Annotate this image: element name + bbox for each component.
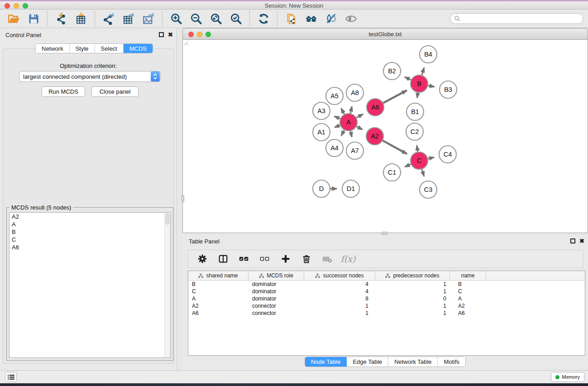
graph-edge-B-B3[interactable] xyxy=(428,86,435,87)
import-table-icon[interactable] xyxy=(71,11,91,26)
zoom-fit-icon[interactable] xyxy=(206,11,226,26)
tab-network-table[interactable]: Network Table xyxy=(388,357,438,367)
window-resize-grip[interactable] xyxy=(183,40,189,46)
run-mcds-button[interactable]: Run MCDS xyxy=(42,86,85,97)
memory-button[interactable]: Memory xyxy=(551,372,584,382)
graph-node-B1[interactable]: B1 xyxy=(406,103,424,120)
tab-network[interactable]: Network xyxy=(36,44,70,53)
function-builder-icon[interactable]: f(x) xyxy=(341,252,355,266)
mcds-result-item[interactable]: C xyxy=(10,236,170,243)
annotation-mode-icon[interactable] xyxy=(321,11,341,26)
tab-motifs[interactable]: Motifs xyxy=(438,357,465,367)
graph-node-B3[interactable]: B3 xyxy=(440,81,457,98)
tab-edge-table[interactable]: Edge Table xyxy=(347,357,388,367)
table-row[interactable]: Cdominator41C xyxy=(188,288,585,295)
graph-node-A1[interactable]: A1 xyxy=(313,124,330,141)
graph-node-A4[interactable]: A4 xyxy=(326,139,343,157)
delete-icon[interactable] xyxy=(300,252,313,266)
add-icon[interactable] xyxy=(279,252,292,266)
mcds-result-item[interactable]: B xyxy=(10,228,170,236)
graph-edge-A-A5[interactable] xyxy=(341,108,344,114)
column-header-name[interactable]: name xyxy=(450,271,486,280)
graph-edge-A6-B[interactable] xyxy=(383,91,407,103)
refresh-icon[interactable] xyxy=(253,11,273,26)
graph-node-A8[interactable]: A8 xyxy=(346,84,363,101)
graph-node-D[interactable]: D xyxy=(313,180,330,197)
graph-node-A2[interactable]: A2 xyxy=(366,128,383,145)
column-header-MCDS-role[interactable]: MCDS role xyxy=(249,271,304,280)
graph-node-A[interactable]: A xyxy=(340,114,357,131)
graph-edge-C-C3[interactable] xyxy=(422,169,424,176)
save-session-icon[interactable] xyxy=(24,11,43,26)
mcds-result-item[interactable]: A2 xyxy=(10,213,170,220)
export-image-icon[interactable] xyxy=(139,11,158,26)
graph-edge-C-C4[interactable] xyxy=(428,157,434,159)
first-neighbors-icon[interactable] xyxy=(301,11,321,26)
graph-node-A7[interactable]: A7 xyxy=(346,142,363,159)
graph-edge-A-A4[interactable] xyxy=(341,130,344,136)
graph-edge-A-A7[interactable] xyxy=(350,131,352,137)
column-header-predecessor-nodes[interactable]: predecessor nodes xyxy=(375,271,450,280)
mcds-list-scrollbar[interactable] xyxy=(164,213,170,357)
graph-edge-C-C2[interactable] xyxy=(417,146,418,152)
close-panel-button[interactable]: Close panel xyxy=(91,86,139,97)
left-splitter-handle[interactable] xyxy=(182,195,184,202)
table-close-panel-icon[interactable]: ✖ xyxy=(579,238,584,243)
optimization-criterion-select[interactable]: largest connected component (directed) xyxy=(19,71,161,82)
task-history-button[interactable] xyxy=(5,372,17,382)
mcds-result-item[interactable]: A6 xyxy=(10,243,170,251)
column-header-shared-name[interactable]: shared name xyxy=(188,271,249,280)
graph-edge-A-A6[interactable] xyxy=(356,114,363,118)
table-row[interactable]: A2connector11A2 xyxy=(188,302,585,310)
graph-node-A6[interactable]: A6 xyxy=(367,99,384,116)
graph-node-C[interactable]: C xyxy=(411,152,428,169)
import-network-icon[interactable] xyxy=(51,11,71,26)
search-input[interactable] xyxy=(462,15,583,22)
bottom-splitter-handle[interactable] xyxy=(382,232,387,235)
mcds-result-list[interactable]: A2ABCA6 xyxy=(9,212,171,358)
network-canvas[interactable]: B4B2BB3B1A5A8A6A3AA1C2A2A4A7CC4C1C3DD1 xyxy=(182,40,588,233)
graph-node-B4[interactable]: B4 xyxy=(420,46,437,63)
table-row[interactable]: Bdominator41B xyxy=(188,281,585,288)
table-row[interactable]: Adominator80A xyxy=(188,295,585,302)
graph-node-C3[interactable]: C3 xyxy=(420,181,437,198)
graph-node-C2[interactable]: C2 xyxy=(406,123,423,140)
copy-network-icon[interactable] xyxy=(281,11,301,26)
tab-select[interactable]: Select xyxy=(95,44,124,53)
tab-node-table[interactable]: Node Table xyxy=(305,357,347,367)
zoom-in-icon[interactable] xyxy=(166,11,186,26)
node-table[interactable]: shared nameMCDS rolesuccessor nodesprede… xyxy=(188,271,585,356)
table-float-panel-icon[interactable] xyxy=(570,238,575,243)
graph-node-C1[interactable]: C1 xyxy=(383,164,401,181)
graph-edge-B-B2[interactable] xyxy=(405,77,411,80)
graph-edge-B-B4[interactable] xyxy=(422,68,424,75)
search-field[interactable] xyxy=(450,13,583,24)
graph-node-C4[interactable]: C4 xyxy=(439,146,456,163)
delete-table-icon[interactable] xyxy=(320,252,334,266)
table-settings-icon[interactable] xyxy=(196,252,209,266)
network-window-titlebar[interactable]: testGlobe.txt xyxy=(182,28,588,40)
graph-node-B[interactable]: B xyxy=(411,75,428,92)
graph-node-B2[interactable]: B2 xyxy=(383,62,401,80)
tab-style[interactable]: Style xyxy=(70,44,95,53)
graph-edge-B-B1[interactable] xyxy=(417,93,418,98)
tab-mcds[interactable]: MCDS xyxy=(124,44,153,53)
graph-node-A5[interactable]: A5 xyxy=(326,87,343,105)
mcds-result-item[interactable]: A xyxy=(10,220,170,228)
table-row[interactable]: A6connector11A6 xyxy=(188,310,585,317)
zoom-out-icon[interactable] xyxy=(186,11,206,26)
show-columns-icon[interactable] xyxy=(216,252,230,266)
float-panel-icon[interactable] xyxy=(159,32,164,37)
open-session-icon[interactable] xyxy=(4,11,24,26)
graph-edge-A-A1[interactable] xyxy=(335,125,340,127)
export-network-icon[interactable] xyxy=(99,11,119,26)
deselect-all-icon[interactable] xyxy=(258,252,272,266)
graph-edge-C-C1[interactable] xyxy=(405,164,411,167)
graph-node-D1[interactable]: D1 xyxy=(342,180,359,197)
graph-node-A3[interactable]: A3 xyxy=(313,102,330,119)
close-panel-icon[interactable]: ✖ xyxy=(168,32,173,37)
graph-edge-A-A3[interactable] xyxy=(335,116,340,119)
column-header-successor-nodes[interactable]: successor nodes xyxy=(304,271,375,280)
export-table-icon[interactable] xyxy=(119,11,139,26)
graph-edge-A2-C[interactable] xyxy=(383,141,407,154)
